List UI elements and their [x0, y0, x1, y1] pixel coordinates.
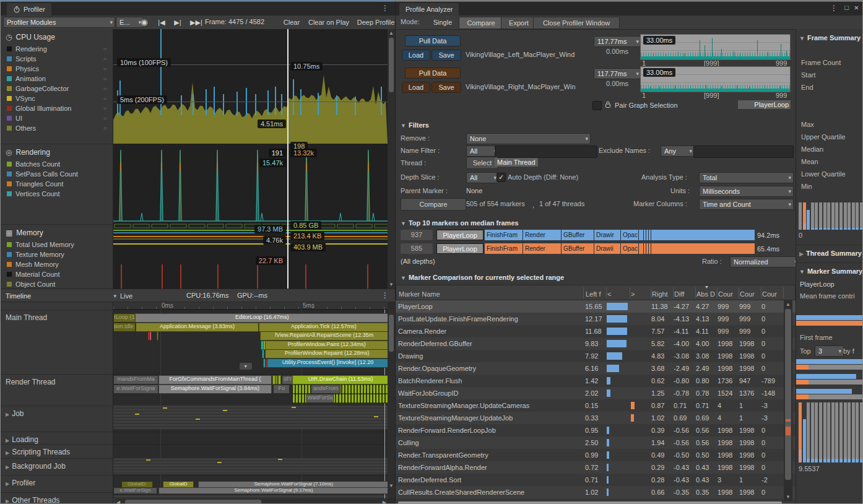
legend-ui[interactable]: UI＝: [1, 113, 113, 123]
column-header-cour[interactable]: Cour: [718, 288, 737, 300]
collapse-icon[interactable]: ▶: [6, 481, 9, 487]
close-profiler-window-button[interactable]: Close Profiler Window: [533, 17, 620, 29]
filters-header[interactable]: ▼Filters: [401, 121, 429, 129]
timeline-block[interactable]: GlobalD:: [121, 481, 153, 488]
cpu-usage-chart[interactable]: [113, 29, 388, 144]
table-row[interactable]: Render.OpaqueGeometry6.163.68-2.492.4919…: [396, 362, 796, 375]
pull-data-left-button[interactable]: Pull Data: [405, 35, 461, 46]
table-row[interactable]: BatchRenderer.Flush1.420.62-0.800.801736…: [396, 375, 796, 387]
thread-row-job[interactable]: ▶Job: [1, 409, 118, 418]
frames-graph-right[interactable]: 33.00ms: [640, 66, 791, 92]
exclude-names-input[interactable]: [693, 146, 794, 158]
ratio-dropdown[interactable]: Normalized: [730, 256, 800, 267]
timeline-block[interactable]: EditorLoop (16.47ms): [135, 313, 388, 323]
profiler-tab[interactable]: Profiler: [7, 3, 51, 15]
top10-root-marker[interactable]: PlayerLoop: [436, 230, 484, 240]
table-row[interactable]: TextureStreamingManager.UpdateCameras0.1…: [396, 399, 796, 412]
top-n-dropdown[interactable]: 3: [815, 345, 844, 357]
timeline-block[interactable]: [157, 331, 159, 341]
legend-others[interactable]: Others＝: [1, 123, 113, 133]
timeline-block[interactable]: Semaphore.WaitForSignal (7.10ms): [198, 481, 388, 488]
table-row[interactable]: Render.TransparentGeometry0.990.49-0.500…: [396, 449, 796, 461]
save-left-button[interactable]: Save: [432, 50, 461, 61]
legend-texture-memory[interactable]: Texture Memory: [1, 250, 113, 259]
selected-frame-line[interactable]: [287, 29, 288, 289]
top10-segments[interactable]: FinishFramRenderGBufferDrawirOpac: [485, 230, 755, 240]
save-right-button[interactable]: Save: [432, 82, 461, 93]
legend-material-count[interactable]: Material Count: [1, 269, 113, 279]
export-button[interactable]: Export: [501, 17, 537, 29]
timeline-view-dropdown[interactable]: Timeline: [2, 290, 119, 302]
timeline-block[interactable]: lView.RepaintAll.RepaintScene (12.35m: [260, 331, 388, 341]
auto-depth-checkbox[interactable]: ✓: [497, 173, 506, 182]
column-header-cour[interactable]: Cour: [740, 288, 760, 300]
drag-handle-icon[interactable]: ＝: [102, 94, 109, 103]
legend-rendering[interactable]: Rendering＝: [1, 44, 113, 54]
memory-chart[interactable]: [113, 224, 388, 289]
analyzer-tab[interactable]: Profile Analyzer: [399, 3, 459, 15]
timeline-block[interactable]: Semaphore.WaitForSignal (3.84ms): [158, 385, 272, 394]
timeline-block[interactable]: sFr: [282, 375, 293, 385]
timeline-block[interactable]: mandsFromMa: [113, 375, 158, 385]
column-header-left-f[interactable]: Left f: [586, 288, 605, 300]
drag-handle-icon[interactable]: ＝: [102, 64, 109, 73]
legend-triangles-count[interactable]: Triangles Count: [1, 179, 113, 189]
timeline-block[interactable]: rLoop (1.6: [113, 313, 136, 323]
legend-animation[interactable]: Animation＝: [1, 74, 113, 84]
table-row[interactable]: PostLateUpdate.FinishFrameRendering12.17…: [396, 313, 796, 325]
clear-button[interactable]: Clear: [277, 17, 306, 28]
column-header-abs-d[interactable]: Abs D: [696, 288, 716, 300]
live-button[interactable]: Live: [115, 290, 138, 302]
timeline-block[interactable]: ForGfxCommandsFromMainThread (: [158, 375, 272, 385]
legend-setpass-calls-count[interactable]: SetPass Calls Count: [1, 169, 113, 179]
drag-handle-icon[interactable]: ＝: [102, 124, 109, 133]
expand-row-button[interactable]: ▼: [240, 363, 252, 370]
timeline-block[interactable]: andsFrom: [311, 385, 341, 394]
thread-row-other-threads[interactable]: ▶Other Threads: [1, 496, 118, 504]
deep-profile-button[interactable]: Deep Profile: [351, 17, 401, 28]
timeline-block[interactable]: e.WaitForSigna: [113, 385, 158, 394]
collapse-icon[interactable]: ▶: [6, 464, 9, 470]
timeline-scrollbar-thumb[interactable]: [389, 315, 394, 352]
collapse-icon[interactable]: ▶: [6, 498, 9, 504]
sort-indicator-icon[interactable]: ▼: [705, 285, 709, 289]
range-max-left-dropdown[interactable]: 117.77ms: [594, 36, 641, 47]
mode-compare-button[interactable]: Compare: [459, 17, 503, 29]
maximize-icon[interactable]: □: [844, 4, 849, 11]
table-row[interactable]: RenderForward.RenderLoopJob0.950.39-0.56…: [396, 424, 796, 437]
thread-value[interactable]: Main Thread: [495, 158, 538, 167]
legend-object-count[interactable]: Object Count: [1, 279, 113, 289]
drag-handle-icon[interactable]: ＝: [102, 114, 109, 123]
top10-root-marker[interactable]: PlayerLoop: [436, 243, 484, 254]
hscroll-right-icon[interactable]: ▶: [383, 500, 386, 504]
marker-table-scrollbar[interactable]: ▲ ▼: [784, 300, 792, 501]
top10-frame-button[interactable]: 585: [401, 243, 433, 254]
units-dropdown[interactable]: Milliseconds: [699, 186, 794, 197]
timeline-block[interactable]: [149, 331, 152, 341]
timeline-block[interactable]: Utility.ProcessEvent() [Invoke] (12.20: [267, 358, 388, 368]
range-max-right-dropdown[interactable]: 117.77ms: [594, 68, 641, 79]
marker-comparison-header[interactable]: ▼Marker Comparison for currently selecte…: [401, 274, 564, 281]
marker-table-hscrollbar[interactable]: [398, 502, 782, 504]
thread-row-scripting-threads[interactable]: ▶Scripting Threads: [1, 448, 118, 456]
table-scroll-down-icon[interactable]: ▼: [784, 494, 792, 500]
thread-row-profiler[interactable]: ▶Profiler: [1, 479, 118, 487]
analysis-type-dropdown[interactable]: Total: [699, 172, 794, 183]
load-right-button[interactable]: Load: [402, 82, 430, 93]
charts-scrollbar-thumb[interactable]: [389, 38, 394, 92]
table-row[interactable]: Drawing7.924.83-3.083.08199819980: [396, 350, 796, 362]
profiler-charts[interactable]: 10ms (100FPS)5ms (200FPS)10.75ms4.51ms19…: [113, 29, 388, 289]
timeline-block[interactable]: Fo: [273, 385, 290, 394]
table-row[interactable]: TextureStreamingManager.UpdateJob0.331.0…: [396, 412, 796, 424]
close-icon[interactable]: ×: [854, 3, 859, 12]
legend-physics[interactable]: Physics＝: [1, 64, 113, 74]
thread-row-loading[interactable]: ▶Loading: [1, 435, 118, 444]
thread-row-main-thread[interactable]: Main Thread: [1, 313, 118, 322]
marker-histogram[interactable]: [799, 402, 863, 463]
timeline-block[interactable]: tion.Idle (1: [113, 323, 136, 332]
marker-table-thumb[interactable]: [785, 309, 791, 480]
timeline-block[interactable]: [262, 349, 264, 358]
collapse-icon[interactable]: ▶: [6, 438, 9, 443]
timeline-block[interactable]: ProfilerWindow.Paint (12.34ms): [265, 341, 388, 350]
legend-global-illumination[interactable]: Global Illumination＝: [1, 103, 113, 113]
